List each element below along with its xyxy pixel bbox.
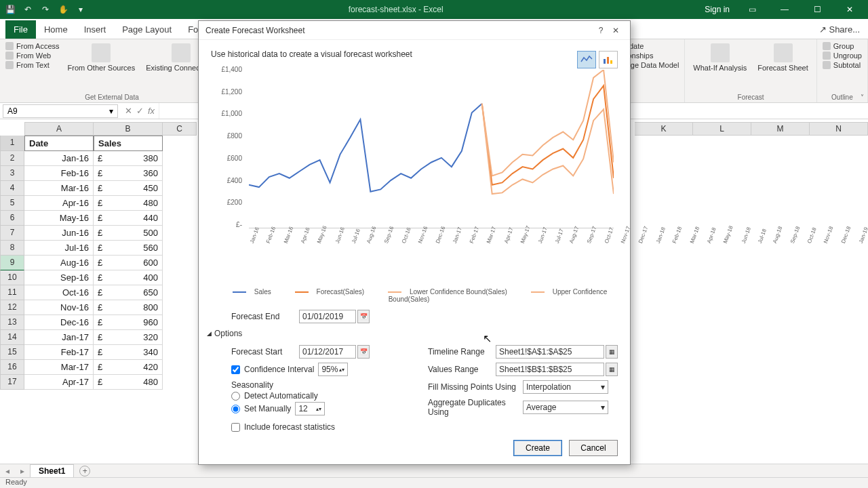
tab-pagelayout[interactable]: Page Layout [114,20,180,39]
forecast-start-label: Forecast Start [231,347,299,357]
date-picker-icon[interactable]: 📅 [357,310,370,323]
col-L[interactable]: L [693,122,751,136]
col-M[interactable]: M [751,122,810,136]
add-sheet-icon[interactable]: + [79,466,90,476]
share-button[interactable]: ↗ Share... [811,20,868,39]
forecast-end-label: Forecast End [231,312,299,321]
include-stats-checkbox[interactable] [231,423,240,432]
tab-home[interactable]: Home [36,20,76,39]
status-bar: Ready [0,477,868,488]
collapse-triangle-icon: ◢ [207,330,212,337]
dialog-title: Create Forecast Worksheet [205,26,593,35]
touch-icon[interactable]: ✋ [57,3,69,16]
forecast-end-input[interactable]: 01/01/2019 [299,310,356,323]
dialog-description: Use historical data to create a visual f… [211,49,618,59]
subtotal-button[interactable]: Subtotal [823,61,862,69]
forecast-chart: £1,400£1,200£1,000£800£600£400£200£- Jan… [211,66,618,262]
options-toggle[interactable]: ◢ Options [207,329,618,338]
group-button[interactable]: Group [823,42,862,50]
signin-link[interactable]: Sign in [705,5,730,14]
values-range-label: Values Range [428,365,496,374]
set-manually-radio[interactable] [231,405,240,413]
create-button[interactable]: Create [513,440,562,456]
sheet-tabs: ◂ ▸ Sheet1 + [0,464,868,477]
range-picker-icon[interactable]: ▦ [606,345,618,359]
svg-rect-0 [604,59,606,64]
forecast-start-input[interactable]: 01/12/2017 [299,345,356,359]
undo-icon[interactable]: ↶ [22,3,34,16]
collapse-ribbon-icon[interactable]: ˅ [861,94,864,101]
range-picker-icon[interactable]: ▦ [606,363,618,376]
confidence-checkbox[interactable] [231,365,240,374]
col-C[interactable]: C [163,122,197,136]
detect-auto-radio[interactable] [231,392,240,401]
whatif-button[interactable]: What-If Analysis [690,42,749,92]
from-access-button[interactable]: From Access [5,42,60,50]
confidence-spinner[interactable]: 95%▴▾ [318,363,348,376]
seasonality-label: Seasonality [231,380,402,390]
enter-formula-icon[interactable]: ✓ [136,106,144,116]
ribbon-options-icon[interactable]: ▭ [742,5,762,14]
dialog-help-icon[interactable]: ? [593,26,608,35]
from-other-sources-button[interactable]: From Other Sources [65,42,138,92]
col-B[interactable]: B [94,122,163,136]
confidence-label: Confidence Interval [244,365,314,374]
ungroup-button[interactable]: Ungroup [823,52,862,60]
group-getdata-label: Get External Data [5,92,218,101]
window-title: forecast-sheet.xlsx - Excel [87,5,705,14]
timeline-range-label: Timeline Range [428,347,496,357]
minimize-icon[interactable]: — [774,5,795,14]
chart-legend: Sales Forecast(Sales) Lower Confidence B… [211,288,618,303]
sheet-tab[interactable]: Sheet1 [30,464,74,477]
tab-file[interactable]: File [5,20,36,39]
cell: Sales [94,136,163,151]
timeline-range-input[interactable]: Sheet1!$A$1:$A$25 [496,345,604,359]
include-stats-label: Include forecast statistics [244,422,335,432]
titlebar: 💾 ↶ ↷ ✋ ▾ forecast-sheet.xlsx - Excel Si… [0,0,868,19]
svg-rect-1 [607,57,609,64]
from-web-button[interactable]: From Web [5,52,60,60]
col-K[interactable]: K [635,122,693,136]
date-picker-icon[interactable]: 📅 [357,345,370,359]
forecast-dialog: Create Forecast Worksheet ? ✕ Use histor… [198,20,631,465]
maximize-icon[interactable]: ☐ [807,5,827,14]
values-range-input[interactable]: Sheet1!$B$1:$B$25 [496,363,604,376]
qat-more-icon[interactable]: ▾ [75,3,87,16]
from-text-button[interactable]: From Text [5,61,60,69]
forecast-sheet-button[interactable]: Forecast Sheet [755,42,811,92]
col-N[interactable]: N [810,122,868,136]
name-box[interactable]: A9▾ [3,104,118,118]
fill-missing-label: Fill Missing Points Using [428,382,523,392]
cell: Date [24,136,94,151]
fx-icon[interactable]: fx [148,106,155,116]
close-window-icon[interactable]: ✕ [840,5,860,14]
save-icon[interactable]: 💾 [4,3,16,16]
cancel-formula-icon[interactable]: ✕ [125,106,132,116]
group-outline-label: Outline [823,92,862,101]
chevron-down-icon[interactable]: ▾ [109,106,113,116]
cancel-button[interactable]: Cancel [569,440,618,456]
aggregate-label: Aggregate Duplicates Using [428,398,523,417]
dialog-close-icon[interactable]: ✕ [608,26,623,35]
aggregate-select[interactable]: Average▾ [523,401,608,414]
fill-missing-select[interactable]: Interpolation▾ [523,380,608,394]
svg-rect-2 [610,60,612,64]
group-forecast-label: Forecast [690,92,810,101]
sheet-nav-prev-icon[interactable]: ◂ [0,466,15,476]
tab-insert[interactable]: Insert [76,20,115,39]
redo-icon[interactable]: ↷ [39,3,52,16]
seasonality-spinner[interactable]: 12▴▾ [295,402,325,415]
sheet-nav-next-icon[interactable]: ▸ [15,466,30,476]
col-A[interactable]: A [24,122,94,136]
